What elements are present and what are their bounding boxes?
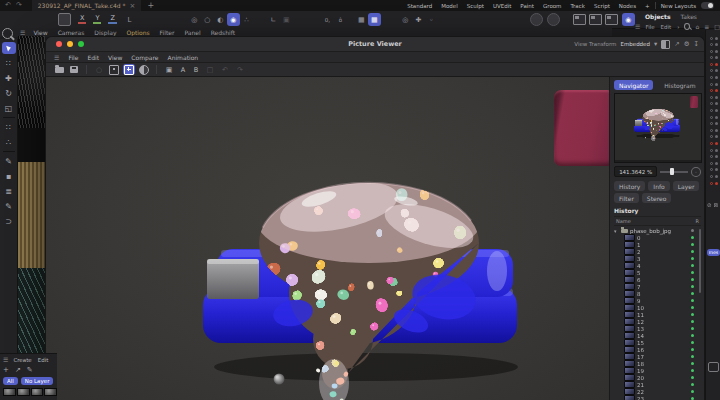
live-select-tool[interactable] [2,42,16,54]
visibility-toggle-row[interactable] [710,174,718,178]
menu-icon[interactable]: ☰ [54,54,59,61]
zoom-in-button[interactable] [123,64,135,75]
snap-icon[interactable]: ∴ [240,13,253,26]
material-thumb[interactable] [17,388,30,396]
add-layout-button[interactable]: + [645,3,650,9]
history-status-dot[interactable] [691,355,695,359]
layout-tab[interactable]: Nodes [619,3,636,9]
objects-tab[interactable]: Objects [645,13,671,20]
history-status-dot[interactable] [691,264,695,268]
save-button[interactable] [68,64,80,75]
history-status-dot[interactable] [691,327,695,331]
history-status-dot[interactable] [691,348,695,352]
history-item-row[interactable]: 18 [614,360,701,367]
visibility-dot-icon[interactable] [710,168,713,171]
visibility-dot-icon[interactable] [710,83,713,86]
render-queue-icon[interactable] [605,14,618,25]
sidebar-tab[interactable]: Histogram [659,80,700,90]
visibility-dot-icon[interactable] [710,43,713,46]
redo-icon[interactable]: ↷ [16,2,22,9]
history-item-row[interactable]: 5 [614,269,701,276]
sidebar-tab[interactable]: Layer [673,181,700,191]
history-item-row[interactable]: 7 [614,283,701,290]
visibility-dot-icon[interactable] [710,50,713,53]
visibility-toggle-row[interactable] [710,95,718,99]
delete-icon[interactable]: ⊠ [714,202,719,208]
history-status-dot[interactable] [691,320,695,324]
layout-tab[interactable]: Paint [520,3,534,9]
history-item-row[interactable]: 12 [614,318,701,325]
visibility-toggle-row[interactable] [710,181,718,185]
layout-tab[interactable]: UVEdit [493,3,511,9]
visibility-dot-icon[interactable] [710,102,713,105]
render-dot-icon[interactable] [715,122,718,125]
pv-menu-item[interactable]: Animation [168,54,199,61]
history-item-row[interactable]: 13 [614,325,701,332]
select-tool[interactable]: ∷ [2,57,16,69]
render-dot-icon[interactable] [715,102,718,105]
visibility-dot-icon[interactable] [710,162,713,165]
render-dot-icon[interactable] [715,76,718,79]
visibility-toggle-row[interactable] [710,161,718,165]
history-item-row[interactable]: 16 [614,346,701,353]
viewport-menu-item[interactable]: Panel [184,29,200,36]
zoom-slider[interactable] [660,167,688,176]
layers-menu-item[interactable]: Create [13,357,31,363]
menu-icon[interactable]: ☰ [3,356,8,363]
zoom-percent-field[interactable]: 141.3642 % [614,166,657,177]
visibility-toggle-row[interactable] [710,168,718,172]
menu-icon[interactable]: ☰ [20,29,25,36]
viewport-menu-item[interactable]: Filter [160,29,175,36]
render-dot-icon[interactable] [715,135,718,138]
sidebar-tab[interactable]: Info [648,181,669,191]
history-item-row[interactable]: 23 [614,395,701,400]
set-a-button[interactable]: A [178,66,188,74]
visibility-toggle-row[interactable] [710,109,718,113]
viewport-menu-item[interactable]: Options [126,29,149,36]
visibility-toggle-row[interactable] [710,155,718,159]
objects-tab[interactable]: Takes [681,13,697,20]
menu-icon[interactable]: ☰ [635,23,640,30]
panel-icon[interactable]: □ [714,23,720,30]
visibility-dot-icon[interactable] [710,89,713,92]
swap-ab-button[interactable]: □ [204,64,216,75]
visibility-toggle-row[interactable] [710,128,718,132]
undo-icon[interactable]: ↶ [5,2,11,9]
visibility-toggle-row[interactable] [710,102,718,106]
dot-icon[interactable]: ◦ [425,13,438,26]
gear-icon[interactable]: ⚙ [684,41,690,48]
visibility-dot-icon[interactable] [710,96,713,99]
visibility-dot-icon[interactable] [710,63,713,66]
objects-menu-item[interactable]: File [645,24,654,30]
history-status-dot[interactable] [691,278,695,282]
history-status-dot[interactable] [691,236,695,240]
snap-ring-icon[interactable]: ○ [201,13,214,26]
history-status-dot[interactable] [691,229,695,233]
material-thumb[interactable] [3,388,16,396]
render-to-pv-icon[interactable] [573,14,586,25]
render-dot-icon[interactable] [715,96,718,99]
visibility-dot-icon[interactable] [710,109,713,112]
tool-icon[interactable]: ✚ [412,13,425,26]
visibility-dot-icon[interactable] [710,175,713,178]
disable-icon[interactable]: ⊘ [707,202,712,208]
layers-menu-item[interactable]: Edit [38,357,49,363]
visibility-dot-icon[interactable] [710,122,713,125]
target-icon[interactable]: ◎ [399,13,412,26]
visibility-toggle-row[interactable] [710,82,718,86]
history-status-dot[interactable] [691,285,695,289]
layout-tab[interactable]: Track [570,3,584,9]
points-mode[interactable]: ∷ [2,121,16,133]
history-item-row[interactable]: 0 [614,234,701,241]
render-dot-icon[interactable] [715,83,718,86]
layout-tab[interactable]: Standard [407,3,432,9]
render-canvas-area[interactable] [46,77,609,400]
visibility-dot-icon[interactable] [710,135,713,138]
filter-icon[interactable]: ≡ [704,23,709,30]
visibility-dot-icon[interactable] [710,116,713,119]
render-dot-icon[interactable] [715,116,718,119]
history-status-dot[interactable] [691,250,695,254]
visibility-dot-icon[interactable] [710,155,713,158]
pv-menu-item[interactable]: View [108,54,122,61]
layout-tab[interactable]: Model [441,3,458,9]
